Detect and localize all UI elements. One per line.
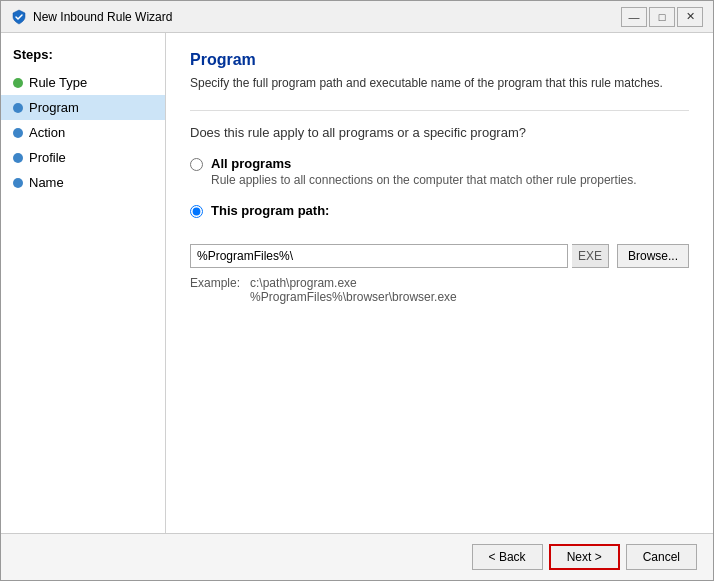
sidebar-title: Steps: bbox=[1, 43, 165, 70]
sidebar-item-name[interactable]: Name bbox=[1, 170, 165, 195]
shield-icon bbox=[11, 9, 27, 25]
browse-button[interactable]: Browse... bbox=[617, 244, 689, 268]
program-path-label-main: This program path: bbox=[211, 203, 329, 218]
sidebar-label-name: Name bbox=[29, 175, 64, 190]
title-bar: New Inbound Rule Wizard — □ ✕ bbox=[1, 1, 713, 33]
step-indicator-program bbox=[13, 103, 23, 113]
page-title: Program bbox=[190, 51, 689, 69]
program-path-input[interactable] bbox=[190, 244, 568, 268]
maximize-button[interactable]: □ bbox=[649, 7, 675, 27]
main-panel: Program Specify the full program path an… bbox=[166, 33, 713, 533]
all-programs-label-main: All programs bbox=[211, 156, 637, 171]
program-path-option: This program path: bbox=[190, 203, 689, 218]
path-section: EXE Browse... Example: c:\path\program.e… bbox=[190, 238, 689, 304]
sidebar-item-rule-type[interactable]: Rule Type bbox=[1, 70, 165, 95]
content-area: Steps: Rule Type Program Action Profile … bbox=[1, 33, 713, 533]
sidebar-item-program[interactable]: Program bbox=[1, 95, 165, 120]
divider bbox=[190, 110, 689, 111]
next-button[interactable]: Next > bbox=[549, 544, 620, 570]
page-description: Specify the full program path and execut… bbox=[190, 75, 689, 92]
program-path-radio[interactable] bbox=[190, 205, 203, 218]
sidebar-label-rule-type: Rule Type bbox=[29, 75, 87, 90]
wizard-window: New Inbound Rule Wizard — □ ✕ Steps: Rul… bbox=[0, 0, 714, 581]
sidebar-label-program: Program bbox=[29, 100, 79, 115]
step-indicator-profile bbox=[13, 153, 23, 163]
window-controls: — □ ✕ bbox=[621, 7, 703, 27]
minimize-button[interactable]: — bbox=[621, 7, 647, 27]
program-path-label[interactable]: This program path: bbox=[211, 203, 329, 218]
title-bar-left: New Inbound Rule Wizard bbox=[11, 9, 172, 25]
footer: < Back Next > Cancel bbox=[1, 533, 713, 580]
question-text: Does this rule apply to all programs or … bbox=[190, 125, 689, 140]
all-programs-option: All programs Rule applies to all connect… bbox=[190, 156, 689, 187]
sidebar-item-profile[interactable]: Profile bbox=[1, 145, 165, 170]
sidebar-label-action: Action bbox=[29, 125, 65, 140]
sidebar-item-action[interactable]: Action bbox=[1, 120, 165, 145]
window-title: New Inbound Rule Wizard bbox=[33, 10, 172, 24]
step-indicator-action bbox=[13, 128, 23, 138]
sidebar-label-profile: Profile bbox=[29, 150, 66, 165]
step-indicator-rule-type bbox=[13, 78, 23, 88]
path-badge: EXE bbox=[572, 244, 609, 268]
all-programs-radio[interactable] bbox=[190, 158, 203, 171]
sidebar: Steps: Rule Type Program Action Profile … bbox=[1, 33, 166, 533]
example-line2: %ProgramFiles%\browser\browser.exe bbox=[250, 290, 457, 304]
step-indicator-name bbox=[13, 178, 23, 188]
all-programs-label[interactable]: All programs Rule applies to all connect… bbox=[211, 156, 637, 187]
example-label: Example: bbox=[190, 276, 240, 304]
example-values: c:\path\program.exe %ProgramFiles%\brows… bbox=[250, 276, 457, 304]
close-button[interactable]: ✕ bbox=[677, 7, 703, 27]
cancel-button[interactable]: Cancel bbox=[626, 544, 697, 570]
all-programs-label-sub: Rule applies to all connections on the c… bbox=[211, 173, 637, 187]
example-row: Example: c:\path\program.exe %ProgramFil… bbox=[190, 276, 689, 304]
example-line1: c:\path\program.exe bbox=[250, 276, 457, 290]
path-row: EXE Browse... bbox=[190, 244, 689, 268]
back-button[interactable]: < Back bbox=[472, 544, 543, 570]
